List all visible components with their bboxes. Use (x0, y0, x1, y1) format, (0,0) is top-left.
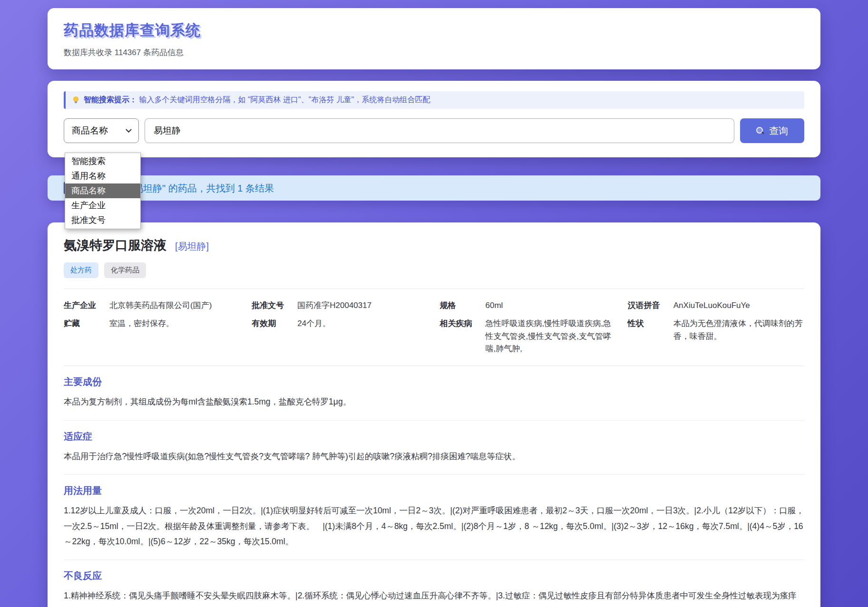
section-adverse-reactions: 不良反应 1.精神神经系统：偶见头痛手颤嗜睡不安头晕失眠四肢麻木等。|2.循环系… (64, 560, 804, 607)
search-tip-banner: 智能搜索提示： 输入多个关键词用空格分隔，如 "阿莫西林 进口"、"布洛芬 儿童… (64, 91, 804, 109)
tag-chemical: 化学药品 (104, 262, 146, 278)
dropdown-option-manufacturer[interactable]: 生产企业 (65, 198, 140, 213)
info-appearance: 性状 本品为无色澄清液体，代调味剂的芳香，味香甜。 (628, 318, 804, 355)
query-button-label: 查询 (769, 125, 788, 137)
info-related-diseases: 相关疾病 急性呼吸道疾病,慢性呼吸道疾病,急性支气管炎,慢性支气管炎,支气管哮喘… (440, 318, 616, 355)
drug-name: 氨溴特罗口服溶液 (64, 237, 166, 254)
info-specification: 规格 60ml (440, 299, 616, 312)
drug-detail-card: 氨溴特罗口服溶液 [易坦静] 处方药 化学药品 生产企业 北京韩美药品有限公司(… (48, 222, 820, 607)
search-field-select[interactable]: 商品名称 (64, 118, 139, 143)
search-field-dropdown: 智能搜索 通用名称 商品名称 生产企业 批准文号 (65, 153, 141, 229)
chevron-down-icon (126, 126, 132, 133)
search-card: 智能搜索提示： 输入多个关键词用空格分隔，如 "阿莫西林 进口"、"布洛芬 儿童… (48, 81, 820, 157)
dropdown-option-generic-name[interactable]: 通用名称 (65, 169, 140, 183)
tip-label: 智能搜索提示： (84, 96, 137, 104)
drug-title-row: 氨溴特罗口服溶液 [易坦静] (64, 237, 804, 254)
header-card: 药品数据库查询系统 数据库共收录 114367 条药品信息 (48, 8, 820, 69)
select-value: 商品名称 (72, 125, 108, 137)
drug-info-grid: 生产企业 北京韩美药品有限公司(国产) 批准文号 国药准字H20040317 规… (64, 289, 804, 366)
page: 药品数据库查询系统 数据库共收录 114367 条药品信息 智能搜索提示： 输入… (0, 0, 868, 607)
info-shelf-life: 有效期 24个月。 (252, 318, 428, 355)
section-indications: 适应症 本品用于治疗急?慢性呼吸道疾病(如急?慢性支气管炎?支气管哮喘? 肺气肿… (64, 421, 804, 475)
tag-prescription: 处方药 (64, 262, 98, 278)
search-icon (756, 127, 764, 135)
query-button[interactable]: 查询 (740, 118, 804, 143)
info-manufacturer: 生产企业 北京韩美药品有限公司(国产) (64, 299, 240, 312)
section-dosage: 用法用量 1.12岁以上儿童及成人：口服，一次20ml，一日2次。|(1)症状明… (64, 475, 804, 560)
drug-tag-row: 处方药 化学药品 (64, 262, 804, 289)
lightbulb-icon (72, 96, 79, 104)
search-row: 商品名称 查询 (64, 118, 804, 143)
tip-text: 输入多个关键词用空格分隔，如 "阿莫西林 进口"、"布洛芬 儿童"，系统将自动组… (139, 96, 430, 104)
results-text: "易坦静" 的药品，共找到 1 条结果 (130, 182, 274, 194)
dropdown-option-trade-name[interactable]: 商品名称 (65, 183, 140, 198)
info-approval-number: 批准文号 国药准字H20040317 (252, 299, 428, 312)
section-ingredients: 主要成份 本品为复方制剂，其组成成份为每ml含盐酸氨溴索1.5mg，盐酸克仑特罗… (64, 366, 804, 420)
info-pinyin: 汉语拼音 AnXiuTeLuoKouFuYe (628, 299, 804, 312)
search-input[interactable] (145, 118, 734, 143)
database-count-subtitle: 数据库共收录 114367 条药品信息 (64, 47, 804, 58)
page-title: 药品数据库查询系统 (64, 20, 804, 40)
dropdown-option-smart-search[interactable]: 智能搜索 (65, 154, 140, 169)
dropdown-option-approval-number[interactable]: 批准文号 (65, 213, 140, 228)
info-storage: 贮藏 室温，密封保存。 (64, 318, 240, 355)
drug-trade-name-link[interactable]: [易坦静] (175, 240, 209, 253)
results-banner: "易坦静" 的药品，共找到 1 条结果 (48, 175, 820, 201)
